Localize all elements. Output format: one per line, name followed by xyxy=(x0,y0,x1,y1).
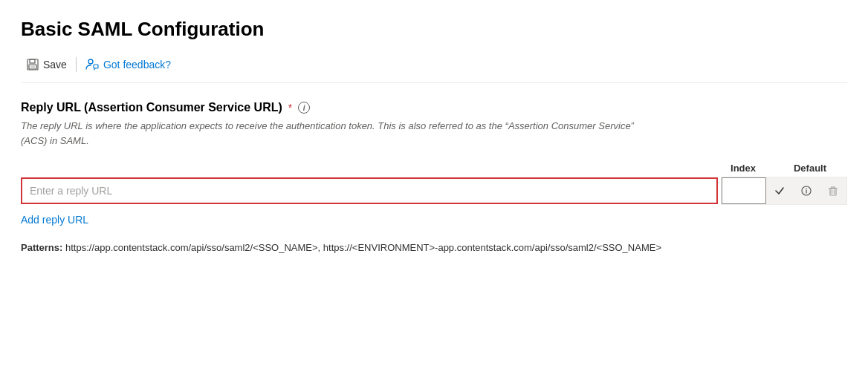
svg-rect-3 xyxy=(30,66,35,68)
page-title: Basic SAML Configuration xyxy=(21,18,847,41)
column-headers: Index Default xyxy=(21,163,847,174)
add-reply-url-button[interactable]: Add reply URL xyxy=(21,211,88,229)
col-header-index: Index xyxy=(713,163,773,174)
patterns-section: Patterns: https://app.contentstack.com/a… xyxy=(21,241,847,255)
reply-url-input[interactable] xyxy=(21,177,718,204)
add-reply-url-label: Add reply URL xyxy=(21,214,88,226)
feedback-icon xyxy=(85,59,99,71)
feedback-label: Got feedback? xyxy=(103,59,171,71)
toolbar: Save Got feedback? xyxy=(21,56,847,83)
patterns-label: Patterns: xyxy=(21,242,62,253)
reply-url-section: Reply URL (Assertion Consumer Service UR… xyxy=(21,101,847,255)
circle-info-icon xyxy=(801,186,812,196)
svg-rect-5 xyxy=(94,65,98,68)
col-header-default: Default xyxy=(773,163,847,174)
svg-point-4 xyxy=(88,59,93,64)
save-icon xyxy=(27,59,39,71)
check-icon xyxy=(774,186,785,196)
svg-point-8 xyxy=(806,188,806,189)
section-description: The reply URL is where the application e… xyxy=(21,119,660,148)
default-checkbox-button[interactable] xyxy=(766,177,793,204)
toolbar-divider xyxy=(76,57,77,72)
trash-icon xyxy=(828,186,838,196)
section-title: Reply URL (Assertion Consumer Service UR… xyxy=(21,101,282,114)
feedback-button[interactable]: Got feedback? xyxy=(80,56,177,73)
add-reply-url-container: Add reply URL xyxy=(21,211,847,229)
required-indicator: * xyxy=(288,102,292,114)
section-header: Reply URL (Assertion Consumer Service UR… xyxy=(21,101,847,114)
svg-rect-1 xyxy=(30,59,35,63)
save-label: Save xyxy=(43,59,67,71)
delete-url-button[interactable] xyxy=(820,177,846,204)
row-actions xyxy=(721,177,847,205)
url-row xyxy=(21,177,847,205)
svg-rect-9 xyxy=(830,189,836,195)
info-icon[interactable]: i xyxy=(298,102,310,114)
patterns-value: https://app.contentstack.com/api/sso/sam… xyxy=(65,242,661,253)
index-input[interactable] xyxy=(722,177,766,204)
row-info-button[interactable] xyxy=(793,177,820,204)
save-button[interactable]: Save xyxy=(21,56,73,73)
